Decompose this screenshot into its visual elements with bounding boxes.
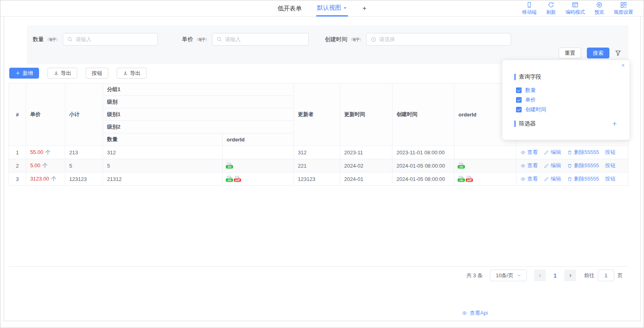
tab-form-name[interactable]: 低开表单	[277, 0, 303, 17]
view-link[interactable]: 查看	[520, 162, 538, 169]
delete-link[interactable]: 删除55555	[567, 175, 599, 183]
add-tab-label: +	[363, 4, 367, 12]
query-fields-title: 查询字段	[514, 73, 630, 81]
price-cell: 55.00个	[26, 146, 65, 159]
search-actions: 重置 搜索	[559, 48, 621, 58]
price-input-wrap	[212, 33, 309, 46]
refresh-icon	[548, 2, 554, 8]
nested-order-id-cell: xlspdf	[223, 172, 294, 186]
preview-label: 预览	[594, 9, 604, 16]
trash-icon	[567, 163, 572, 168]
excel-file-icon[interactable]: xls	[458, 162, 464, 169]
export-button-2[interactable]: 导出	[117, 68, 147, 79]
filter-funnel-icon[interactable]	[615, 50, 621, 56]
clock-icon	[371, 37, 376, 42]
eye-icon	[462, 310, 467, 316]
page: 低开表单 默认视图 + 移动端	[0, 0, 644, 328]
excel-file-icon[interactable]: xls	[227, 176, 232, 183]
checkbox-checked-icon[interactable]	[516, 97, 522, 103]
quantity-cell: 312	[103, 146, 223, 159]
updater-cell: 123123	[294, 172, 340, 186]
tab-add-view[interactable]: +	[362, 0, 367, 17]
create-time-input[interactable]	[379, 36, 507, 42]
mobile-preview-button[interactable]: 移动端	[522, 2, 537, 16]
view-link[interactable]: 查看	[520, 175, 538, 183]
col-level: 级别	[103, 96, 294, 108]
field-checkbox-quantity[interactable]: 数量	[516, 87, 630, 94]
refresh-label: 刷新	[546, 9, 556, 16]
add-button[interactable]: 新增	[9, 68, 39, 79]
table-row: 3 3123.00个 123123 21312 xlspdf 123123 20…	[9, 172, 628, 186]
actions-cell: 查看 编辑 删除55555 按钮	[516, 159, 628, 172]
download-icon	[54, 71, 59, 76]
row-button-link[interactable]: 按钮	[605, 162, 615, 169]
pdf-file-icon[interactable]: pdf	[466, 176, 472, 183]
excel-file-icon[interactable]: xls	[227, 162, 232, 169]
edit-link[interactable]: 编辑	[544, 149, 561, 156]
pdf-file-icon[interactable]: pdf	[235, 176, 240, 183]
pencil-icon	[544, 176, 549, 182]
search-button[interactable]: 搜索	[587, 48, 609, 58]
generic-button[interactable]: 按钮	[86, 68, 108, 79]
create-time-cell: 2024-01-05 08:00:00	[392, 172, 454, 186]
edit-link[interactable]: 编辑	[544, 162, 561, 169]
trash-icon	[567, 150, 572, 155]
pagination-bar: 共 3 条 10条/页 1 前往 页	[8, 266, 628, 284]
quantity-operator: 〈等于〉	[45, 37, 60, 43]
refresh-button[interactable]: 刷新	[546, 2, 556, 16]
delete-link[interactable]: 删除55555	[567, 149, 599, 156]
code-mode-button[interactable]: 编码模式	[566, 2, 585, 16]
field-checkbox-create-time[interactable]: 创建时间	[516, 106, 630, 113]
goto-label: 前往	[584, 272, 594, 279]
table-toolbar: 新增 导出 按钮 导出	[9, 68, 147, 79]
updater-cell: 221	[294, 159, 340, 172]
goto-page-input[interactable]	[598, 270, 614, 281]
col-updater: 更新者	[294, 83, 340, 146]
current-page[interactable]: 1	[553, 272, 557, 279]
edit-link[interactable]: 编辑	[544, 175, 561, 183]
view-settings-label: 视图设置	[614, 9, 633, 16]
updater-cell: 312	[294, 146, 340, 159]
prev-page-button[interactable]	[534, 270, 546, 281]
row-button-link[interactable]: 按钮	[605, 149, 615, 156]
view-api-link[interactable]: 查看Api	[462, 309, 488, 317]
row-index: 2	[9, 159, 26, 172]
total-count: 共 3 条	[466, 272, 483, 279]
search-icon	[67, 37, 73, 42]
preview-button[interactable]: 预览	[594, 2, 604, 16]
price-field-label: 单价	[182, 36, 193, 43]
filters-section: 筛选器	[514, 120, 617, 127]
view-settings-button[interactable]: 视图设置	[614, 2, 633, 16]
actions-cell: 查看 编辑 删除55555 按钮	[516, 146, 628, 159]
goto-page: 前往 页	[584, 270, 623, 281]
col-group1: 分组1	[103, 83, 294, 96]
view-link[interactable]: 查看	[520, 149, 538, 156]
quantity-cell: 21312	[103, 172, 223, 186]
chevron-right-icon	[568, 273, 573, 278]
add-filter-plus-icon[interactable]	[612, 121, 617, 127]
reset-button[interactable]: 重置	[559, 48, 581, 58]
export-button-1[interactable]: 导出	[47, 68, 77, 79]
quantity-input[interactable]	[76, 36, 153, 42]
mobile-icon	[526, 2, 533, 8]
price-input[interactable]	[225, 36, 304, 42]
col-index: #	[9, 83, 26, 146]
query-fields-list: 数量 单价 创建时间	[516, 87, 630, 113]
excel-file-icon[interactable]: xls	[458, 176, 464, 183]
close-icon[interactable]: ×	[621, 62, 625, 68]
order-id-cell: xlspdf	[454, 172, 516, 186]
filter-settings-panel: × 查询字段 数量 单价 创建时间 筛选器	[502, 60, 630, 140]
checkbox-checked-icon[interactable]	[516, 87, 522, 93]
checkbox-checked-icon[interactable]	[516, 107, 522, 112]
tab-default-view[interactable]: 默认视图	[316, 0, 348, 17]
row-button-link[interactable]: 按钮	[605, 175, 615, 183]
delete-link[interactable]: 删除55555	[567, 162, 599, 169]
quantity-input-wrap	[63, 33, 158, 46]
page-size-select[interactable]: 10条/页	[490, 270, 527, 281]
next-page-button[interactable]	[564, 270, 576, 281]
row-index: 1	[9, 146, 26, 159]
quantity-cell: 5	[103, 159, 223, 172]
search-fields-row: 数量 〈等于〉 单价 〈等于〉	[27, 25, 628, 46]
field-checkbox-price[interactable]: 单价	[516, 96, 630, 104]
subtotal-cell: 213	[65, 146, 103, 159]
